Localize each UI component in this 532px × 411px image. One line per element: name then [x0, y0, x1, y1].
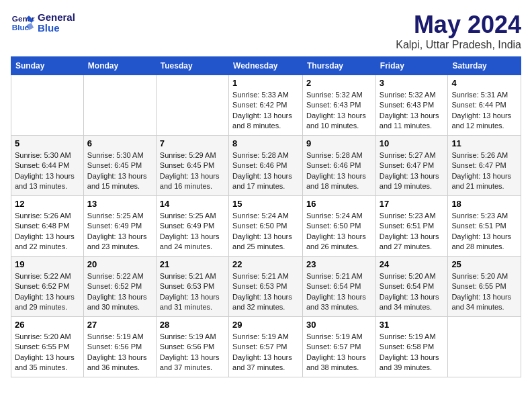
calendar-cell: 3Sunrise: 5:32 AM Sunset: 6:43 PM Daylig… [375, 75, 448, 136]
weekday-header-tuesday: Tuesday [156, 57, 228, 75]
day-info: Sunrise: 5:33 AM Sunset: 6:42 PM Dayligh… [232, 90, 299, 132]
day-info: Sunrise: 5:24 AM Sunset: 6:50 PM Dayligh… [306, 211, 372, 253]
day-info: Sunrise: 5:19 AM Sunset: 6:57 PM Dayligh… [306, 332, 372, 373]
weekday-header-sunday: Sunday [11, 57, 84, 75]
calendar-table: SundayMondayTuesdayWednesdayThursdayFrid… [11, 56, 521, 377]
calendar-cell: 8Sunrise: 5:28 AM Sunset: 6:46 PM Daylig… [229, 136, 303, 196]
weekday-header-saturday: Saturday [448, 57, 521, 75]
day-info: Sunrise: 5:23 AM Sunset: 6:51 PM Dayligh… [380, 211, 445, 253]
calendar-cell [11, 75, 84, 136]
day-info: Sunrise: 5:20 AM Sunset: 6:54 PM Dayligh… [380, 271, 445, 313]
day-info: Sunrise: 5:28 AM Sunset: 6:46 PM Dayligh… [306, 150, 372, 192]
week-row-3: 12Sunrise: 5:26 AM Sunset: 6:48 PM Dayli… [11, 196, 521, 257]
week-row-5: 26Sunrise: 5:20 AM Sunset: 6:55 PM Dayli… [11, 317, 521, 377]
day-number: 18 [451, 199, 517, 209]
calendar-cell: 6Sunrise: 5:30 AM Sunset: 6:45 PM Daylig… [83, 136, 156, 196]
calendar-cell [448, 317, 521, 377]
day-info: Sunrise: 5:21 AM Sunset: 6:53 PM Dayligh… [160, 271, 225, 313]
day-number: 12 [15, 199, 80, 209]
day-info: Sunrise: 5:24 AM Sunset: 6:50 PM Dayligh… [232, 211, 299, 253]
day-info: Sunrise: 5:22 AM Sunset: 6:52 PM Dayligh… [87, 271, 152, 313]
day-info: Sunrise: 5:21 AM Sunset: 6:54 PM Dayligh… [306, 271, 372, 313]
day-info: Sunrise: 5:26 AM Sunset: 6:47 PM Dayligh… [451, 150, 517, 192]
calendar-cell: 18Sunrise: 5:23 AM Sunset: 6:51 PM Dayli… [448, 196, 521, 257]
weekday-header-friday: Friday [375, 57, 448, 75]
day-number: 4 [451, 78, 517, 88]
calendar-cell: 7Sunrise: 5:29 AM Sunset: 6:45 PM Daylig… [156, 136, 228, 196]
day-number: 9 [306, 138, 372, 148]
day-info: Sunrise: 5:30 AM Sunset: 6:44 PM Dayligh… [15, 150, 80, 192]
calendar-cell: 14Sunrise: 5:25 AM Sunset: 6:49 PM Dayli… [156, 196, 228, 257]
day-number: 6 [87, 138, 152, 148]
calendar-cell: 23Sunrise: 5:21 AM Sunset: 6:54 PM Dayli… [303, 257, 376, 317]
calendar-cell: 13Sunrise: 5:25 AM Sunset: 6:49 PM Dayli… [83, 196, 156, 257]
week-row-4: 19Sunrise: 5:22 AM Sunset: 6:52 PM Dayli… [11, 257, 521, 317]
day-info: Sunrise: 5:28 AM Sunset: 6:46 PM Dayligh… [232, 150, 299, 192]
day-info: Sunrise: 5:32 AM Sunset: 6:43 PM Dayligh… [380, 90, 445, 132]
day-number: 3 [380, 78, 445, 88]
calendar-cell: 26Sunrise: 5:20 AM Sunset: 6:55 PM Dayli… [11, 317, 84, 377]
day-info: Sunrise: 5:20 AM Sunset: 6:55 PM Dayligh… [15, 332, 80, 373]
weekday-header-monday: Monday [83, 57, 156, 75]
day-number: 15 [232, 199, 299, 209]
day-number: 25 [451, 259, 517, 269]
day-number: 27 [87, 320, 152, 330]
page-header: General Blue General Blue May 2024 Kalpi… [11, 11, 521, 51]
day-number: 7 [160, 138, 225, 148]
weekday-header-wednesday: Wednesday [229, 57, 303, 75]
weekday-header-thursday: Thursday [303, 57, 376, 75]
day-number: 10 [380, 138, 445, 148]
calendar-cell: 25Sunrise: 5:20 AM Sunset: 6:55 PM Dayli… [448, 257, 521, 317]
weekday-header-row: SundayMondayTuesdayWednesdayThursdayFrid… [11, 57, 521, 75]
day-number: 1 [232, 78, 299, 88]
day-number: 24 [380, 259, 445, 269]
day-number: 16 [306, 199, 372, 209]
calendar-cell: 16Sunrise: 5:24 AM Sunset: 6:50 PM Dayli… [303, 196, 376, 257]
month-title: May 2024 [396, 11, 521, 39]
calendar-cell: 28Sunrise: 5:19 AM Sunset: 6:56 PM Dayli… [156, 317, 228, 377]
day-info: Sunrise: 5:32 AM Sunset: 6:43 PM Dayligh… [306, 90, 372, 132]
day-info: Sunrise: 5:19 AM Sunset: 6:58 PM Dayligh… [380, 332, 445, 373]
day-number: 30 [306, 320, 372, 330]
calendar-cell: 12Sunrise: 5:26 AM Sunset: 6:48 PM Dayli… [11, 196, 84, 257]
day-info: Sunrise: 5:23 AM Sunset: 6:51 PM Dayligh… [451, 211, 517, 253]
day-info: Sunrise: 5:20 AM Sunset: 6:55 PM Dayligh… [451, 271, 517, 313]
calendar-cell: 22Sunrise: 5:21 AM Sunset: 6:53 PM Dayli… [229, 257, 303, 317]
day-number: 8 [232, 138, 299, 148]
calendar-cell: 1Sunrise: 5:33 AM Sunset: 6:42 PM Daylig… [229, 75, 303, 136]
day-number: 14 [160, 199, 225, 209]
day-info: Sunrise: 5:27 AM Sunset: 6:47 PM Dayligh… [380, 150, 445, 192]
calendar-cell: 10Sunrise: 5:27 AM Sunset: 6:47 PM Dayli… [375, 136, 448, 196]
calendar-cell [83, 75, 156, 136]
calendar-cell: 17Sunrise: 5:23 AM Sunset: 6:51 PM Dayli… [375, 196, 448, 257]
logo-general: General [38, 12, 75, 24]
calendar-cell: 19Sunrise: 5:22 AM Sunset: 6:52 PM Dayli… [11, 257, 84, 317]
day-number: 21 [160, 259, 225, 269]
week-row-1: 1Sunrise: 5:33 AM Sunset: 6:42 PM Daylig… [11, 75, 521, 136]
calendar-cell: 29Sunrise: 5:19 AM Sunset: 6:57 PM Dayli… [229, 317, 303, 377]
day-info: Sunrise: 5:30 AM Sunset: 6:45 PM Dayligh… [87, 150, 152, 192]
day-number: 5 [15, 138, 80, 148]
day-number: 29 [232, 320, 299, 330]
calendar-cell: 15Sunrise: 5:24 AM Sunset: 6:50 PM Dayli… [229, 196, 303, 257]
day-number: 11 [451, 138, 517, 148]
day-info: Sunrise: 5:22 AM Sunset: 6:52 PM Dayligh… [15, 271, 80, 313]
day-number: 19 [15, 259, 80, 269]
calendar-cell: 2Sunrise: 5:32 AM Sunset: 6:43 PM Daylig… [303, 75, 376, 136]
calendar-cell: 9Sunrise: 5:28 AM Sunset: 6:46 PM Daylig… [303, 136, 376, 196]
logo-blue: Blue [38, 23, 75, 34]
logo: General Blue General Blue [11, 11, 75, 35]
day-info: Sunrise: 5:31 AM Sunset: 6:44 PM Dayligh… [451, 90, 517, 132]
day-number: 20 [87, 259, 152, 269]
location-subtitle: Kalpi, Uttar Pradesh, India [396, 39, 521, 51]
day-info: Sunrise: 5:21 AM Sunset: 6:53 PM Dayligh… [232, 271, 299, 313]
day-info: Sunrise: 5:29 AM Sunset: 6:45 PM Dayligh… [160, 150, 225, 192]
day-number: 23 [306, 259, 372, 269]
calendar-cell: 31Sunrise: 5:19 AM Sunset: 6:58 PM Dayli… [375, 317, 448, 377]
calendar-cell: 11Sunrise: 5:26 AM Sunset: 6:47 PM Dayli… [448, 136, 521, 196]
day-info: Sunrise: 5:19 AM Sunset: 6:57 PM Dayligh… [232, 332, 299, 373]
week-row-2: 5Sunrise: 5:30 AM Sunset: 6:44 PM Daylig… [11, 136, 521, 196]
calendar-cell: 21Sunrise: 5:21 AM Sunset: 6:53 PM Dayli… [156, 257, 228, 317]
calendar-cell: 27Sunrise: 5:19 AM Sunset: 6:56 PM Dayli… [83, 317, 156, 377]
day-number: 2 [306, 78, 372, 88]
